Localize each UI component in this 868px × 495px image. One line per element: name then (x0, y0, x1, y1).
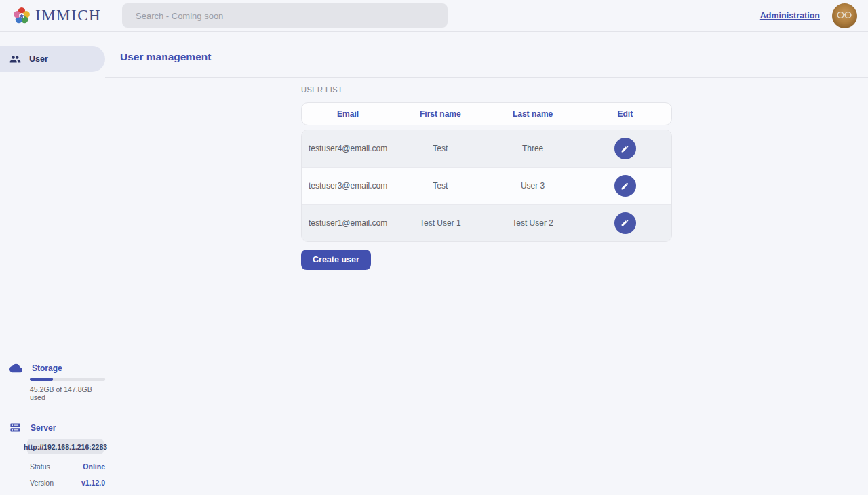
immich-logo[interactable]: IMMICH (0, 6, 122, 25)
user-list-label: USER LIST (301, 85, 672, 94)
pencil-icon (620, 218, 629, 227)
user-list-section: USER LIST EmailFirst nameLast nameEdit t… (301, 78, 672, 270)
main-content: User management USER LIST EmailFirst nam… (105, 32, 868, 495)
column-header: Last name (487, 109, 579, 119)
table-row: testuser3@email.comTestUser 3 (302, 167, 671, 205)
sidebar-item-label: User (29, 54, 48, 64)
edit-cell (579, 175, 671, 197)
column-header: Edit (579, 109, 671, 119)
cloud-icon (9, 363, 22, 373)
version-label: Version (30, 479, 54, 487)
server-version-row: Version v1.12.0 (30, 471, 105, 487)
server-status-row: Status Online (30, 454, 105, 471)
column-header: Email (302, 109, 394, 119)
pencil-icon (620, 144, 629, 153)
sidebar-divider (8, 412, 105, 412)
server-url-chip: http://192.168.1.216:2283 (27, 439, 104, 454)
table-cell: testuser1@email.com (302, 218, 394, 228)
immich-flower-icon (12, 6, 31, 25)
edit-user-button[interactable] (614, 138, 636, 159)
server-icon (9, 422, 21, 433)
server-section-header: Server (0, 422, 105, 433)
storage-progress-bar (30, 378, 105, 381)
table-cell: Test (394, 181, 486, 191)
edit-cell (579, 138, 671, 159)
version-value: v1.12.0 (81, 479, 105, 487)
table-body: testuser4@email.comTestThreetestuser3@em… (301, 130, 672, 242)
edit-cell (579, 212, 671, 234)
table-cell: Test (394, 144, 486, 153)
users-icon (9, 54, 21, 65)
table-cell: User 3 (487, 181, 579, 191)
sidebar-item-user[interactable]: User (0, 46, 105, 72)
user-avatar[interactable] (832, 3, 857, 28)
table-row: testuser4@email.comTestThree (302, 130, 671, 167)
table-cell: Test User 2 (487, 218, 579, 228)
edit-user-button[interactable] (614, 175, 636, 197)
top-navbar: IMMICH Administration (0, 0, 868, 32)
status-value: Online (83, 462, 105, 471)
edit-user-button[interactable] (614, 212, 636, 234)
table-row: testuser1@email.comTest User 1Test User … (302, 204, 671, 241)
table-cell: Test User 1 (394, 218, 486, 228)
search-input[interactable] (122, 3, 448, 28)
administration-link[interactable]: Administration (760, 11, 820, 20)
storage-title: Storage (32, 363, 62, 373)
storage-section-header: Storage (0, 363, 105, 373)
create-user-button[interactable]: Create user (301, 250, 371, 270)
storage-usage-text: 45.2GB of 147.8GB used (30, 385, 105, 401)
table-cell: testuser4@email.com (302, 144, 394, 153)
table-header-row: EmailFirst nameLast nameEdit (301, 102, 672, 125)
server-title: Server (31, 423, 56, 433)
table-cell: Three (487, 144, 579, 153)
sidebar-bottom: Storage 45.2GB of 147.8GB used Server ht… (0, 363, 105, 495)
sidebar: User Storage 45.2GB of 147.8GB used (0, 32, 105, 495)
storage-progress-fill (30, 378, 53, 381)
glasses-icon (837, 11, 852, 19)
page-title: User management (105, 32, 868, 63)
table-cell: testuser3@email.com (302, 181, 394, 191)
column-header: First name (394, 109, 486, 119)
status-label: Status (30, 462, 50, 471)
pencil-icon (620, 182, 629, 191)
logo-text: IMMICH (35, 7, 101, 24)
